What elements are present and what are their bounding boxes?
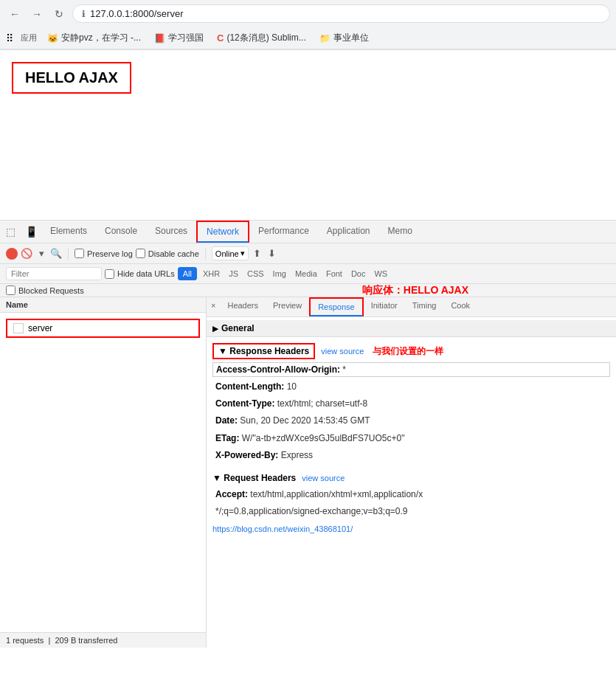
etag-header-row: ETag: W/"a-tb+zdWXce9sGJ5ulBdFS7UO5c+0" (212, 430, 610, 447)
general-section-header[interactable]: ▶ General (207, 320, 616, 337)
bookmarks-bar: ⠿ 应用 🐱 安静pvz，在学习 -... 📕 学习强国 C (12条消息) S… (0, 27, 616, 49)
content-type-name: Content-Type: (215, 398, 274, 409)
filter-doc-button[interactable]: Doc (348, 268, 369, 280)
etag-value: W/"a-tb+zdWXce9sGJ5ulBdFS7UO5c+0" (242, 433, 405, 443)
bookmark-label: (12条消息) Sublim... (226, 32, 305, 44)
request-headers-view-source[interactable]: view source (302, 474, 345, 482)
bookmark-item[interactable]: C (12条消息) Sublim... (214, 30, 309, 46)
reload-button[interactable]: ↻ (50, 5, 68, 23)
disable-cache-input[interactable] (136, 249, 145, 258)
response-tabs: × Headers Preview Response Initiator Tim… (207, 297, 616, 317)
filter-ws-button[interactable]: WS (371, 268, 390, 280)
devtools-controls-row: 🚫 ▾ 🔍 Preserve log Disable cache Online … (0, 243, 616, 264)
devtools-filter-row: Hide data URLs All XHR JS CSS Img Media … (0, 264, 616, 284)
accept-cont-value: */;q=0.8,application/signed-exchange;v=b… (215, 506, 408, 516)
export-button[interactable]: ⬇ (266, 248, 278, 260)
filter-font-button[interactable]: Font (323, 268, 345, 280)
request-headers-toggle[interactable]: ▼ Request Headers (212, 473, 296, 483)
hide-data-urls-checkbox[interactable]: Hide data URLs (105, 269, 175, 279)
filter-input[interactable] (6, 267, 102, 280)
response-headers-label: Response Headers (229, 346, 309, 356)
tab-initiator[interactable]: Initiator (364, 297, 405, 316)
record-button[interactable] (6, 248, 18, 260)
separator2 (205, 248, 206, 260)
x-powered-by-name: X-Powered-By: (215, 450, 278, 460)
blocked-requests-input[interactable] (6, 285, 15, 295)
csdn-url: https://blog.csdn.net/weixin_43868101/ (212, 524, 353, 533)
clear-button[interactable]: 🚫 (21, 248, 32, 260)
request-headers-row: ▼ Request Headers view source (212, 470, 610, 486)
inspect-element-button[interactable]: ⬚ (0, 221, 21, 242)
access-control-header-name: Access-Control-Allow-Origin: (216, 364, 340, 375)
tab-elements[interactable]: Elements (41, 221, 96, 242)
filter-img-button[interactable]: Img (270, 268, 289, 280)
bookmark-label: 学习强国 (168, 32, 204, 44)
filter-button[interactable]: ▾ (35, 248, 47, 260)
filter-css-button[interactable]: CSS (244, 268, 267, 280)
response-content-area: ▶ General ▼ Response Headers view source… (207, 317, 616, 648)
access-control-header-row: Access-Control-Allow-Origin: * (212, 362, 610, 377)
tab-network[interactable]: Network (196, 221, 249, 243)
hide-data-urls-input[interactable] (105, 269, 114, 279)
preserve-log-input[interactable] (75, 249, 84, 258)
general-expand-icon: ▶ (212, 325, 218, 333)
name-column-header: Name (6, 300, 28, 309)
tab-memo[interactable]: Memo (379, 221, 421, 242)
csdn-link[interactable]: https://blog.csdn.net/weixin_43868101/ (207, 523, 616, 535)
content-length-name: Content-Length: (215, 381, 284, 392)
bookmark-item[interactable]: 📁 事业单位 (316, 30, 372, 46)
filter-xhr-button[interactable]: XHR (200, 268, 223, 280)
filter-js-button[interactable]: JS (226, 268, 241, 280)
tab-headers[interactable]: Headers (220, 297, 266, 316)
tab-performance[interactable]: Performance (249, 221, 318, 242)
bookmark-icon: 🐱 (47, 33, 58, 44)
content-type-header-row: Content-Type: text/html; charset=utf-8 (212, 395, 610, 412)
browser-nav-bar: ← → ↻ ℹ 127.0.0.1:8000/server (0, 0, 616, 27)
response-headers-toggle[interactable]: ▼ Response Headers (212, 343, 315, 359)
tab-console[interactable]: Console (96, 221, 146, 242)
bookmark-item[interactable]: 📕 学习强国 (151, 30, 207, 46)
blocked-requests-checkbox[interactable]: Blocked Requests (6, 285, 84, 295)
bookmark-label: 事业单位 (333, 32, 369, 44)
devtools-toolbar: ⬚ 📱 Elements Console Sources Network Per… (0, 221, 616, 243)
bookmark-label: 安静pvz，在学习 -... (61, 32, 141, 44)
general-section-label: General (221, 323, 255, 333)
request-item-server[interactable]: server (6, 319, 200, 338)
bookmark-item[interactable]: 🐱 安静pvz，在学习 -... (44, 30, 144, 46)
response-headers-view-source[interactable]: view source (321, 347, 364, 356)
search-button[interactable]: 🔍 (50, 248, 62, 260)
devtools-main-area: Name server 1 requests | 209 B transferr… (0, 297, 616, 648)
import-button[interactable]: ⬆ (252, 248, 263, 260)
requests-footer: 1 requests | 209 B transferred (0, 632, 206, 648)
tab-sources[interactable]: Sources (146, 221, 196, 242)
back-button[interactable]: ← (6, 5, 24, 23)
filter-all-button[interactable]: All (178, 267, 197, 280)
content-type-value: text/html; charset=utf-8 (277, 398, 367, 409)
throttle-select[interactable]: Online ▾ (212, 246, 249, 260)
disable-cache-checkbox[interactable]: Disable cache (136, 249, 199, 258)
filter-media-button[interactable]: Media (292, 268, 320, 280)
tab-response[interactable]: Response (309, 297, 364, 316)
devtools-panel: ⬚ 📱 Elements Console Sources Network Per… (0, 220, 616, 648)
dropdown-icon: ▾ (240, 249, 245, 258)
address-bar[interactable]: ℹ 127.0.0.1:8000/server (72, 4, 610, 23)
forward-button[interactable]: → (28, 5, 46, 23)
tab-timing[interactable]: Timing (405, 297, 444, 316)
device-toolbar-button[interactable]: 📱 (21, 221, 41, 242)
request-headers-section: ▼ Request Headers view source Accept: te… (207, 467, 616, 523)
blocked-requests-label: Blocked Requests (18, 286, 84, 295)
tab-preview[interactable]: Preview (266, 297, 309, 316)
accept-value: text/html,application/xhtml+xml,applicat… (250, 489, 423, 499)
response-detail-panel: × Headers Preview Response Initiator Tim… (207, 297, 616, 648)
preserve-log-checkbox[interactable]: Preserve log (75, 249, 133, 258)
hide-data-urls-label: Hide data URLs (117, 269, 175, 278)
annotation-row: Blocked Requests 响应体：HELLO AJAX (0, 284, 616, 297)
tab-cookies[interactable]: Cook (443, 297, 477, 316)
separator (68, 248, 69, 260)
requests-column-header: Name (0, 297, 206, 313)
close-tab-button[interactable]: × (207, 297, 220, 316)
accept-cont-row: */;q=0.8,application/signed-exchange;v=b… (212, 503, 610, 520)
etag-name: ETag: (215, 433, 239, 443)
date-name: Date: (215, 415, 238, 426)
tab-application[interactable]: Application (318, 221, 379, 242)
